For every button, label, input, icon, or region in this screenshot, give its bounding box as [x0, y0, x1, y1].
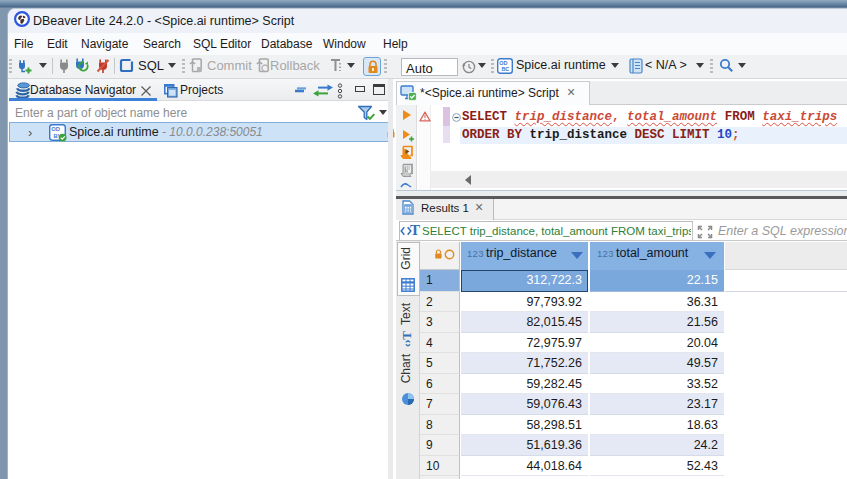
svg-text:OD: OD [51, 126, 60, 132]
svg-text:BC: BC [501, 66, 509, 72]
